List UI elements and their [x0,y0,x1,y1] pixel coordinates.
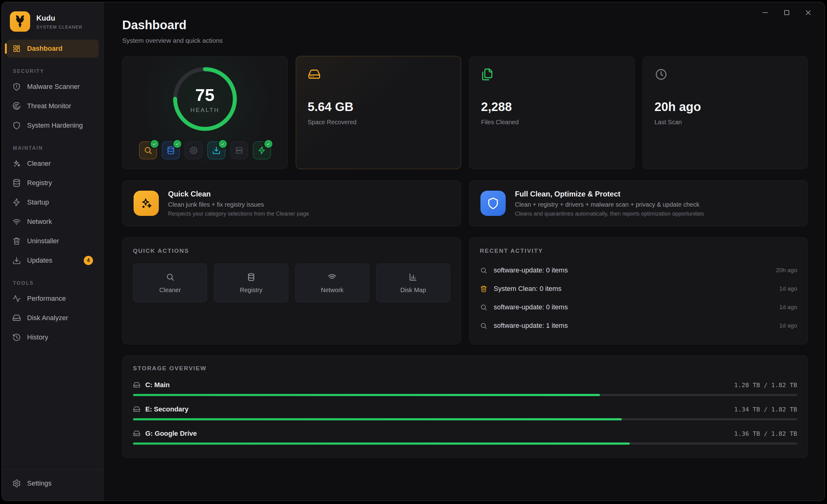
section-label-maintain: MAINTAIN [13,146,98,151]
zap-icon [12,198,21,207]
database-icon [12,179,21,187]
activity-text: software-update: 0 items [494,303,568,311]
activity-row[interactable]: software-update: 0 items 1d ago [480,298,797,317]
activity-row[interactable]: software-update: 0 items 20h ago [480,261,797,280]
stat-value: 5.64 GB [308,100,449,114]
sidebar-item-performance[interactable]: Performance [7,290,98,307]
brand-text: Kudu SYSTEM CLEANER [36,14,83,30]
activity-text: System Clean: 0 items [494,285,562,293]
sidebar-item-dashboard[interactable]: Dashboard [7,40,98,57]
hard-drive-icon [133,430,140,437]
sidebar-item-threat-monitor[interactable]: Threat Monitor [7,97,98,115]
check-badge-icon [263,139,273,149]
health-checks [139,142,271,159]
health-score: 75 [195,85,214,105]
main-content: Dashboard System overview and quick acti… [104,2,825,501]
sidebar-item-startup[interactable]: Startup [7,193,98,211]
activity-row[interactable]: System Clean: 0 items 1d ago [480,280,797,298]
action-card-text: Full Clean, Optimize & Protect Clean + r… [515,190,704,217]
tile-network[interactable]: Network [295,264,369,302]
clock-icon [654,68,796,82]
active-indicator [5,43,7,54]
storage-overview-panel: STORAGE OVERVIEW C: Main 1.28 TB / 1.82 … [122,355,808,458]
hard-drive-icon [12,314,21,322]
sidebar-item-label: Dashboard [27,45,62,53]
sidebar-item-label: Threat Monitor [27,102,71,110]
search-icon [480,267,488,274]
registry-check [162,142,180,159]
search-icon [480,322,488,330]
quick-action-tiles: Cleaner Registry Network Disk Map [133,264,450,302]
tile-disk-map[interactable]: Disk Map [376,264,450,302]
services-check [230,142,248,159]
shield-icon [12,121,21,130]
updates-check [207,142,225,159]
history-icon [12,333,21,342]
panels-row: QUICK ACTIONS Cleaner Registry Network [122,237,808,344]
drive-bar [133,394,797,396]
sidebar-item-settings[interactable]: Settings [7,474,98,492]
section-label-tools: TOOLS [13,280,98,286]
radar-icon [12,102,21,110]
action-title: Quick Clean [168,190,309,198]
health-card: 75 HEALTH [122,56,288,169]
activity-text: software-update: 0 items [494,266,568,274]
drive-row-e: E: Secondary 1.34 TB / 1.82 TB [133,405,797,421]
sparkles-icon [12,159,21,168]
minimize-icon[interactable] [758,6,772,19]
gear-icon [12,479,21,488]
trash-icon [12,237,21,245]
shield-alert-icon [12,82,21,91]
tile-label: Cleaner [159,287,181,294]
action-subtitle: Clean + registry + drivers + malware sca… [515,201,704,208]
sidebar-item-label: Uninstaller [27,237,59,245]
hard-drive-icon [133,406,140,413]
sidebar-footer: Settings [2,469,103,501]
close-icon[interactable] [801,6,815,19]
maximize-icon[interactable] [780,6,794,19]
drive-row-c: C: Main 1.28 TB / 1.82 TB [133,381,797,396]
files-cleaned-card: 2,288 Files Cleaned [469,56,635,169]
sidebar-item-label: System Hardening [27,121,83,129]
stat-label: Last Scan [654,119,796,126]
sidebar-item-disk-analyzer[interactable]: Disk Analyzer [7,309,98,327]
wifi-icon [12,217,21,226]
drive-bar [133,443,797,445]
sidebar-item-system-hardening[interactable]: System Hardening [7,117,98,134]
stat-label: Space Recovered [308,119,449,126]
health-ring-center: 75 HEALTH [172,66,238,132]
sidebar-item-uninstaller[interactable]: Uninstaller [7,232,98,250]
full-clean-card[interactable]: Full Clean, Optimize & Protect Clean + r… [469,180,808,226]
actions-row: Quick Clean Clean junk files + fix regis… [122,180,808,226]
action-card-text: Quick Clean Clean junk files + fix regis… [168,190,309,217]
sidebar-item-label: Performance [27,295,66,302]
activity-time: 1d ago [779,322,797,329]
stat-label: Files Cleaned [481,119,623,126]
app-name: Kudu [36,14,83,22]
activity-time: 1d ago [779,285,797,292]
quick-clean-card[interactable]: Quick Clean Clean junk files + fix regis… [122,180,461,226]
drive-row-g: G: Google Drive 1.36 TB / 1.82 TB [133,430,797,445]
sidebar-item-history[interactable]: History [7,328,98,346]
sidebar-item-registry[interactable]: Registry [7,174,98,192]
check-badge-icon [150,139,159,149]
sidebar-item-network[interactable]: Network [7,213,98,231]
sidebar-item-cleaner[interactable]: Cleaner [7,155,98,172]
space-recovered-card: 5.64 GB Space Recovered [296,56,461,169]
scan-check [139,142,157,159]
tile-label: Network [321,287,343,294]
drive-usage: 1.36 TB / 1.82 TB [734,430,797,437]
drive-bar [133,418,797,421]
tile-cleaner[interactable]: Cleaner [133,264,207,302]
activity-row[interactable]: software-update: 1 items 1d ago [480,317,797,335]
sidebar-item-malware-scanner[interactable]: Malware Scanner [7,78,98,96]
brand: Kudu SYSTEM CLEANER [2,2,103,40]
download-icon [12,256,21,265]
activity-text: software-update: 1 items [494,322,568,330]
tile-registry[interactable]: Registry [214,264,288,302]
trash-icon [480,285,488,293]
panel-title: RECENT ACTIVITY [480,247,797,254]
activity-time: 1d ago [779,304,797,311]
activity-list: software-update: 0 items 20h ago System … [480,261,797,335]
sidebar-item-updates[interactable]: Updates 4 [7,251,98,269]
